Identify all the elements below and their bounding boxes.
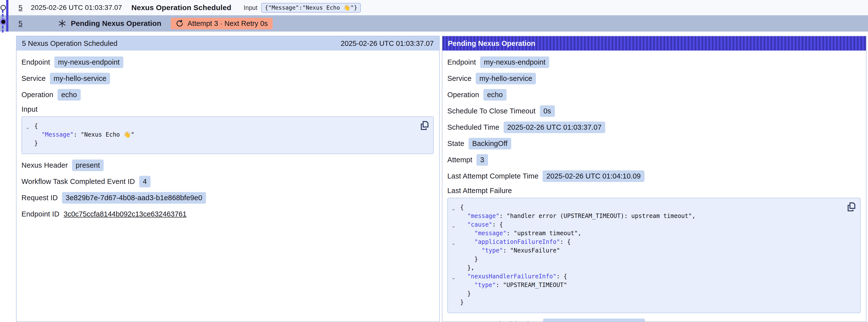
event-detail-fields: Endpointmy-nexus-endpointServicemy-hello… <box>17 51 439 220</box>
field-label: Service <box>447 74 471 83</box>
field-value-badge: 2025-02-26 UTC 01:04:13.93 <box>543 319 645 322</box>
field-label: Next Attempt Schedule Time <box>447 320 539 322</box>
field-label: Scheduled Time <box>447 123 499 131</box>
json-code-line: ⌄"cause": { <box>451 220 840 229</box>
field-value-badge: BackingOff <box>469 138 511 150</box>
field-label: Request ID <box>22 194 58 202</box>
copy-button[interactable] <box>847 202 856 212</box>
field-scheduled-time: Scheduled Time2025-02-26 UTC 01:03:37.07 <box>447 122 861 133</box>
gutter-spacer <box>25 131 34 140</box>
event-detail-header-timestamp: 2025-02-26 UTC 01:03:37.07 <box>341 39 434 47</box>
json-code-block: ⌄{"Message": "Nexus Echo 👋"} <box>22 117 434 154</box>
field-label: Attempt <box>447 156 472 164</box>
field-value-link[interactable]: 3c0c75ccfa8144b092c13ce632463761 <box>64 210 187 218</box>
json-code-line: } <box>451 298 840 307</box>
field-operation: Operationecho <box>447 89 861 101</box>
json-code-line: } <box>451 255 840 264</box>
json-code-line: ⌄"applicationFailureInfo": { <box>451 238 840 246</box>
collapse-toggle-icon[interactable]: ⌄ <box>451 221 460 230</box>
field-schedule-to-close-timeout: Schedule To Close Timeout0s <box>447 105 861 117</box>
field-value-badge: 4 <box>139 176 151 187</box>
pending-operation-card: Pending Nexus Operation Endpointmy-nexus… <box>442 36 867 322</box>
event-timestamp: 2025-02-26 UTC 01:03:37.07 <box>31 4 122 11</box>
field-endpoint: Endpointmy-nexus-endpoint <box>22 57 434 68</box>
field-label: Nexus Header <box>22 161 68 169</box>
event-title: Nexus Operation Scheduled <box>131 3 231 12</box>
event-row-nexus-operation-scheduled[interactable]: 5 2025-02-26 UTC 01:03:37.07 Nexus Opera… <box>0 0 868 15</box>
field-service: Servicemy-hello-service <box>447 73 861 84</box>
field-label: Input <box>22 105 434 114</box>
field-label: Endpoint <box>22 58 50 66</box>
pending-operation-fields: Endpointmy-nexus-endpointServicemy-hello… <box>442 51 866 322</box>
json-code-line: }, <box>451 264 840 272</box>
copy-button[interactable] <box>420 120 429 131</box>
field-value-badge: echo <box>58 89 81 101</box>
gutter-spacer <box>451 213 460 221</box>
pending-operation-header: Pending Nexus Operation <box>442 36 866 51</box>
field-operation: Operationecho <box>22 89 434 101</box>
circular-arrow-retry-icon <box>176 20 184 27</box>
json-code-line: ⌄{ <box>451 203 840 212</box>
collapse-toggle-icon[interactable]: ⌄ <box>451 273 460 282</box>
gutter-spacer <box>25 140 34 149</box>
json-code-line: "type": "UPSTREAM_TIMEOUT" <box>451 281 840 289</box>
field-label: Workflow Task Completed Event ID <box>22 178 135 186</box>
json-code-line: "message": "handler error (UPSTREAM_TIME… <box>451 212 840 220</box>
event-detail-header: 5 Nexus Operation Scheduled 2025-02-26 U… <box>17 36 439 51</box>
field-value-badge: 2025-02-26 UTC 01:03:37.07 <box>503 122 605 133</box>
json-code-line: } <box>451 289 840 298</box>
field-label: Operation <box>22 91 53 99</box>
pending-id-link[interactable]: 5 <box>19 20 25 28</box>
asterisk-spinner-icon <box>58 19 66 28</box>
event-history-rows: 5 2025-02-26 UTC 01:03:37.07 Nexus Opera… <box>0 0 868 32</box>
timeline-active-bar <box>6 0 8 32</box>
json-code-line: "message": "upstream timeout", <box>451 229 840 238</box>
field-state: StateBackingOff <box>447 138 861 150</box>
field-endpoint: Endpointmy-nexus-endpoint <box>447 57 861 68</box>
field-workflow-task-completed-event-id: Workflow Task Completed Event ID4 <box>22 176 434 187</box>
pending-nexus-operation-row[interactable]: 5 Pending Nexus Operation Attempt 3 · Ne… <box>0 15 868 32</box>
pending-operation-header-title: Pending Nexus Operation <box>448 39 535 47</box>
field-value-badge: 3e829b7e-7d67-4b08-aad3-b1e868bfe9e0 <box>62 192 206 204</box>
json-code-line: ⌄{ <box>25 122 413 130</box>
event-input-chip: {"Message":"Nexus Echo 👋"} <box>261 3 361 12</box>
json-code-line: "type": "NexusFailure" <box>451 246 840 255</box>
field-value-badge: my-nexus-endpoint <box>480 57 549 68</box>
retry-status-badge: Attempt 3 · Next Retry 0s <box>171 18 273 29</box>
event-detail-panels: 5 Nexus Operation Scheduled 2025-02-26 U… <box>16 36 867 322</box>
gutter-spacer <box>451 256 460 264</box>
field-service: Servicemy-hello-service <box>22 73 434 84</box>
collapse-toggle-icon[interactable]: ⌄ <box>25 123 34 131</box>
gutter-spacer <box>451 282 460 290</box>
field-value-badge: 3 <box>476 154 488 166</box>
collapse-toggle-icon[interactable]: ⌄ <box>451 204 460 213</box>
collapse-toggle-icon[interactable]: ⌄ <box>451 239 460 247</box>
field-value-badge: echo <box>483 89 506 101</box>
event-input-label: Input <box>244 4 257 11</box>
json-code-line: ⌄"nexusHandlerFailureInfo": { <box>451 272 840 281</box>
field-label: Last Attempt Failure <box>447 187 861 195</box>
field-label: State <box>447 139 464 148</box>
event-id-link[interactable]: 5 <box>19 4 25 12</box>
field-nexus-header: Nexus Headerpresent <box>22 160 434 171</box>
field-endpoint-id: Endpoint ID3c0c75ccfa8144b092c13ce632463… <box>22 208 434 220</box>
json-code-line: "Message": "Nexus Echo 👋" <box>25 130 413 139</box>
retry-badge-text: Attempt 3 · Next Retry 0s <box>187 20 268 28</box>
field-label: Schedule To Close Timeout <box>447 107 536 115</box>
gutter-spacer <box>451 290 460 299</box>
gutter-spacer <box>451 230 460 239</box>
json-code-line: } <box>25 139 413 148</box>
timeline-pending-marker-icon <box>1 20 5 24</box>
gutter-spacer <box>451 299 460 308</box>
field-label: Last Attempt Complete Time <box>447 172 538 180</box>
field-label: Endpoint <box>447 58 476 66</box>
field-value-badge: present <box>72 160 104 171</box>
field-value-badge: 0s <box>540 105 555 117</box>
field-input: Input⌄{"Message": "Nexus Echo 👋"} <box>22 105 434 154</box>
pending-title: Pending Nexus Operation <box>71 19 161 28</box>
field-label: Operation <box>447 91 479 99</box>
field-last-attempt-complete-time: Last Attempt Complete Time2025-02-26 UTC… <box>447 170 861 182</box>
event-detail-header-title: 5 Nexus Operation Scheduled <box>22 39 118 47</box>
field-last-attempt-failure: Last Attempt Failure⌄{"message": "handle… <box>447 187 861 313</box>
gutter-spacer <box>451 247 460 256</box>
